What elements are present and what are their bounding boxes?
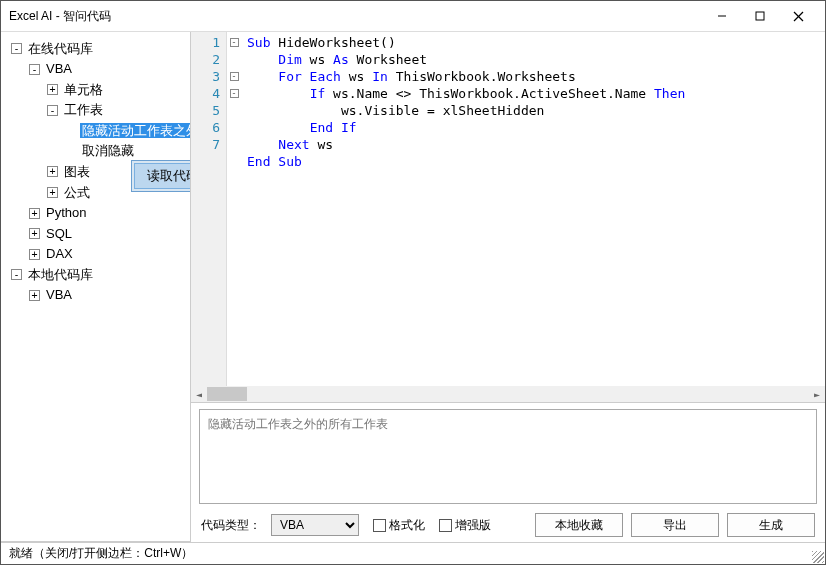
line-gutter: 1234567 [191,32,227,402]
tree-toggle[interactable]: + [29,249,40,260]
tree-toggle[interactable]: - [29,64,40,75]
close-button[interactable] [779,1,817,31]
tree-item-unhide[interactable]: 取消隐藏 [80,143,136,158]
sidebar-tree: -在线代码库 -VBA +单元格 -工作表 隐藏活动工作表之外 取消隐藏 [1,32,191,542]
fold-toggle[interactable]: - [230,89,239,98]
tree-toggle[interactable]: + [29,290,40,301]
format-checkbox[interactable]: 格式化 [373,517,425,534]
tree-node-cell[interactable]: 单元格 [62,82,105,97]
context-menu-read-code[interactable]: 读取代码 [134,163,191,189]
tree-node-chart[interactable]: 图表 [62,164,92,179]
svg-rect-1 [756,12,764,20]
bottom-toolbar: 代码类型： VBA 格式化 增强版 本地收藏 导出 生成 [191,508,825,542]
tree-node-online[interactable]: 在线代码库 [26,41,95,56]
tree-node-local-vba[interactable]: VBA [44,287,74,302]
favorite-button[interactable]: 本地收藏 [535,513,623,537]
titlebar: Excel AI - 智问代码 [1,1,825,31]
code-type-select[interactable]: VBA [271,514,359,536]
scroll-thumb[interactable] [207,387,247,401]
tree-toggle[interactable]: + [47,166,58,177]
description-box[interactable]: 隐藏活动工作表之外的所有工作表 [199,409,817,504]
tree-toggle[interactable]: + [47,187,58,198]
window-title: Excel AI - 智问代码 [9,8,703,25]
code-type-label: 代码类型： [201,517,261,534]
code-editor[interactable]: 1234567 - - - Sub HideWorksheet() Dim ws… [191,32,825,403]
tree-node-python[interactable]: Python [44,205,88,220]
generate-button[interactable]: 生成 [727,513,815,537]
status-text: 就绪（关闭/打开侧边栏：Ctrl+W） [9,545,193,562]
scroll-right-icon[interactable]: ► [809,386,825,402]
context-menu: 读取代码 [131,160,191,192]
tree-node-formula[interactable]: 公式 [62,185,92,200]
minimize-button[interactable] [703,1,741,31]
tree-node-local[interactable]: 本地代码库 [26,267,95,282]
tree-node-sheet[interactable]: 工作表 [62,102,105,117]
tree-toggle[interactable]: - [47,105,58,116]
tree-node-dax[interactable]: DAX [44,246,75,261]
fold-toggle[interactable]: - [230,38,239,47]
tree-item-hide-others[interactable]: 隐藏活动工作表之外 [80,123,191,138]
tree-node-vba[interactable]: VBA [44,61,74,76]
tree-toggle[interactable]: - [11,43,22,54]
enhance-checkbox[interactable]: 增强版 [439,517,491,534]
fold-toggle[interactable]: - [230,72,239,81]
tree-toggle[interactable]: + [29,208,40,219]
tree-toggle[interactable]: - [11,269,22,280]
scroll-left-icon[interactable]: ◄ [191,386,207,402]
horizontal-scrollbar[interactable]: ◄ ► [191,386,825,402]
code-content: Sub HideWorksheet() Dim ws As Worksheet … [241,32,825,402]
maximize-button[interactable] [741,1,779,31]
tree-toggle[interactable]: + [47,84,58,95]
tree-toggle[interactable]: + [29,228,40,239]
fold-column: - - - [227,32,241,402]
status-bar: 就绪（关闭/打开侧边栏：Ctrl+W） [1,542,825,564]
tree-node-sql[interactable]: SQL [44,226,74,241]
export-button[interactable]: 导出 [631,513,719,537]
